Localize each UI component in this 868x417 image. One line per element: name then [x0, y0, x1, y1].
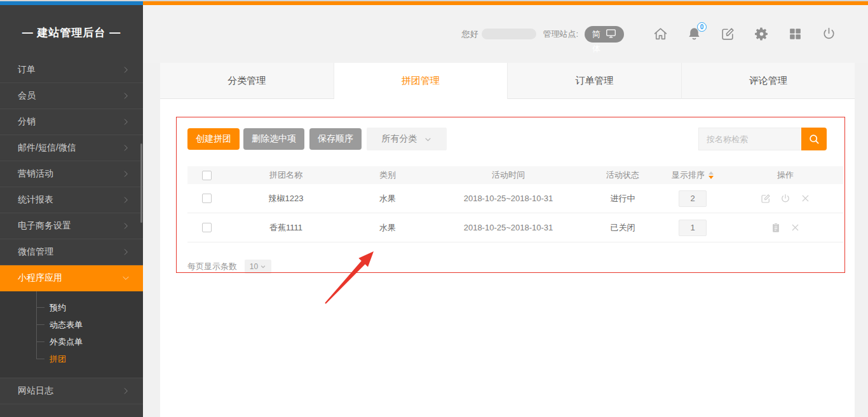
activity-time-cell: 2018-10-25~2018-10-31	[429, 194, 588, 203]
group-name-cell: 香蕉1111	[226, 222, 346, 234]
sidebar-item[interactable]: 统计报表	[0, 187, 143, 213]
power-icon[interactable]	[780, 193, 791, 204]
sidebar-item[interactable]: 网站日志	[0, 378, 143, 404]
sidebar-menu: 订单会员分销邮件/短信/微信营销活动统计报表电子商务设置微信管理小程序应用预约动…	[0, 65, 143, 417]
header-icon-group: 0	[635, 25, 837, 43]
sidebar-submenu: 预约动态表单外卖点单拼团	[0, 291, 143, 378]
column-header-label: 显示排序	[672, 169, 705, 181]
sidebar-item[interactable]: 会员	[0, 83, 143, 109]
delete-selected-button[interactable]: 删除选中项	[243, 128, 304, 150]
sidebar-item[interactable]: 邮件/短信/微信	[0, 135, 143, 161]
chevron-down-icon	[121, 274, 130, 282]
tab-item[interactable]: 分类管理	[160, 63, 334, 99]
sidebar-item-label: 分销	[18, 116, 36, 128]
status-cell: 进行中	[588, 193, 658, 204]
sidebar-item-label: 营销活动	[18, 168, 53, 180]
chevron-down-icon	[260, 263, 266, 270]
column-header-label: 活动状态	[606, 169, 639, 181]
sidebar-item-label: 小程序应用	[18, 272, 62, 284]
table-row: 香蕉1111水果2018-10-25~2018-10-31已关闭1	[187, 213, 843, 242]
sidebar-item[interactable]: 微信管理	[0, 239, 143, 265]
display-order-input[interactable]: 1	[679, 220, 707, 236]
group-buy-table: 拼团名称类别活动时间活动状态显示排序操作辣椒1223水果2018-10-25~2…	[187, 166, 843, 242]
sidebar-item-label: 订单	[18, 65, 36, 76]
top-header: 您好 管理站点: 简 体 0	[143, 5, 868, 63]
grid-icon[interactable]	[786, 25, 804, 43]
chevron-right-icon	[121, 143, 130, 152]
chevron-right-icon	[121, 387, 130, 395]
create-group-button[interactable]: 创建拼团	[187, 128, 240, 150]
group-name-cell: 辣椒1223	[226, 193, 346, 204]
sidebar-item-label: 微信管理	[18, 246, 53, 258]
sidebar-subitem[interactable]: 动态表单	[0, 316, 143, 333]
sidebar-item-label: 统计报表	[18, 194, 53, 206]
search-box	[698, 128, 827, 150]
sort-asc-icon	[709, 171, 714, 175]
language-toggle[interactable]: 简	[585, 26, 624, 43]
column-header-label: 拼团名称	[269, 169, 302, 181]
column-header: 活动状态	[588, 169, 658, 181]
sidebar: — 建站管理后台 — 订单会员分销邮件/短信/微信营销活动统计报表电子商务设置微…	[0, 5, 143, 417]
sidebar-item[interactable]: 小程序应用	[0, 265, 143, 291]
checkbox-cell	[187, 194, 226, 203]
save-order-button[interactable]: 保存顺序	[309, 128, 362, 150]
tab-active[interactable]: 拼团管理	[334, 63, 508, 99]
category-filter-dropdown[interactable]: 所有分类	[367, 128, 447, 150]
chevron-right-icon	[121, 91, 130, 100]
sidebar-item-label: 会员	[18, 90, 36, 102]
search-input[interactable]	[698, 128, 801, 150]
chevron-right-icon	[121, 117, 130, 126]
close-icon[interactable]	[790, 222, 801, 234]
language-toggle-wrap: 简 体	[585, 26, 624, 43]
chevron-right-icon	[121, 169, 130, 178]
checkbox-cell	[187, 223, 226, 232]
column-header: 活动时间	[429, 169, 588, 181]
edit-icon[interactable]	[760, 193, 771, 204]
tab-item[interactable]: 评论管理	[682, 63, 855, 99]
sidebar-item-label: 网站日志	[18, 385, 53, 397]
bell-icon[interactable]: 0	[685, 25, 703, 43]
sidebar-item[interactable]: 电子商务设置	[0, 213, 143, 239]
search-button[interactable]	[801, 128, 827, 150]
sidebar-item[interactable]: 分销	[0, 109, 143, 135]
chevron-right-icon	[121, 248, 130, 256]
per-page-dropdown[interactable]: 10	[245, 260, 271, 274]
tab-item[interactable]: 订单管理	[508, 63, 682, 99]
sidebar-scrollbar-thumb[interactable]	[140, 143, 142, 223]
clipboard-icon[interactable]	[770, 222, 782, 234]
display-order-cell: 1	[658, 220, 728, 236]
edit-icon[interactable]	[719, 25, 736, 43]
sidebar-subitem[interactable]: 预约	[0, 299, 143, 316]
column-header-label: 操作	[777, 169, 794, 181]
close-icon[interactable]	[799, 193, 811, 204]
site-label: 管理站点:	[543, 29, 578, 40]
category-cell: 水果	[346, 193, 429, 204]
notification-badge: 0	[697, 22, 707, 32]
category-filter-value: 所有分类	[382, 133, 417, 145]
admin-page: { "colors": { "accent": "#ff8a00", "anno…	[0, 0, 868, 417]
chevron-down-icon	[424, 135, 432, 143]
sidebar-item[interactable]: 营销活动	[0, 161, 143, 187]
home-icon[interactable]	[651, 25, 669, 43]
table-row: 辣椒1223水果2018-10-25~2018-10-31进行中2	[187, 184, 843, 213]
sort-toggle[interactable]	[709, 171, 714, 179]
power-icon[interactable]	[820, 25, 837, 43]
chevron-right-icon	[121, 65, 130, 74]
sidebar-subitem[interactable]: 拼团	[0, 350, 143, 367]
tab-bar: 分类管理拼团管理订单管理评论管理	[160, 63, 855, 99]
select-all-checkbox[interactable]	[202, 171, 212, 180]
app-title: — 建站管理后台 —	[0, 5, 143, 60]
column-header: 类别	[346, 169, 429, 181]
actions-cell	[728, 193, 843, 204]
row-checkbox[interactable]	[202, 194, 212, 203]
content-panel: 分类管理拼团管理订单管理评论管理 创建拼团 删除选中项 保存顺序 所有分类 拼团…	[160, 63, 855, 417]
gear-icon[interactable]	[752, 25, 770, 43]
column-header: 操作	[728, 169, 843, 181]
sidebar-subitem[interactable]: 外卖点单	[0, 333, 143, 350]
per-page-label: 每页显示条数	[187, 261, 237, 272]
sidebar-item[interactable]: 订单	[0, 65, 143, 83]
display-order-input[interactable]: 2	[679, 190, 707, 207]
row-checkbox[interactable]	[202, 223, 212, 232]
sidebar-item-label: 邮件/短信/微信	[18, 142, 76, 154]
per-page-value: 10	[250, 262, 258, 271]
